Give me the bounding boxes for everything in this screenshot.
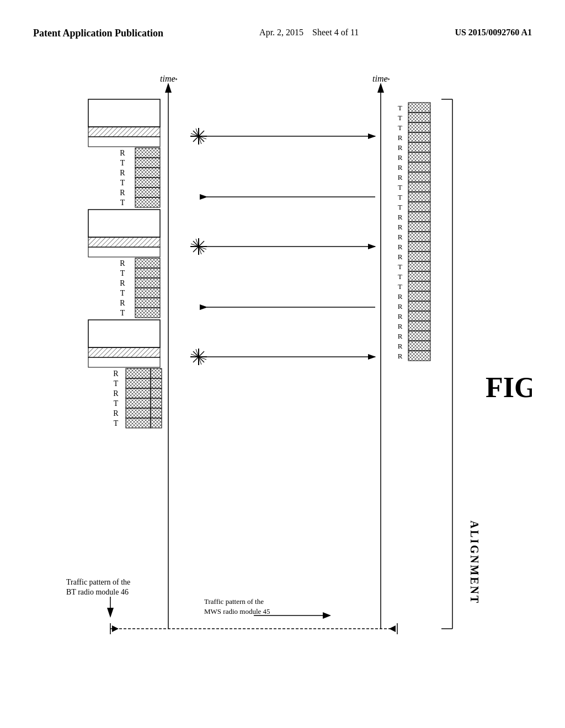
svg-rect-35	[135, 278, 160, 288]
svg-rect-106	[408, 311, 430, 321]
svg-text:BT radio module 46: BT radio module 46	[66, 588, 129, 596]
svg-rect-46	[126, 368, 151, 378]
svg-text:R: R	[398, 233, 403, 241]
svg-text:R: R	[398, 322, 403, 330]
svg-rect-58	[126, 408, 151, 418]
svg-rect-42	[88, 320, 160, 347]
svg-rect-98	[408, 271, 430, 281]
svg-text:→: →	[170, 74, 179, 83]
svg-rect-61	[126, 418, 151, 428]
svg-rect-108	[408, 321, 430, 331]
svg-rect-27	[88, 210, 160, 237]
svg-rect-31	[135, 258, 160, 268]
svg-text:R: R	[120, 259, 125, 267]
svg-rect-100	[408, 281, 430, 291]
svg-rect-78	[408, 172, 430, 182]
svg-marker-5	[165, 83, 172, 93]
svg-text:T: T	[120, 199, 125, 207]
svg-rect-72	[408, 142, 430, 152]
svg-text:R: R	[120, 189, 125, 197]
svg-text:R: R	[398, 292, 403, 301]
svg-rect-90	[408, 232, 430, 242]
svg-text:T: T	[114, 379, 119, 388]
svg-rect-104	[408, 301, 430, 311]
svg-rect-112	[408, 341, 430, 351]
svg-rect-70	[408, 132, 430, 142]
svg-rect-74	[408, 152, 430, 162]
svg-rect-47	[151, 368, 162, 378]
svg-rect-29	[88, 247, 160, 257]
svg-rect-59	[151, 408, 162, 418]
svg-text:R: R	[398, 173, 403, 181]
svg-text:R: R	[113, 370, 119, 378]
svg-text:T: T	[120, 159, 125, 167]
svg-text:T: T	[398, 124, 402, 132]
svg-rect-43	[88, 347, 160, 357]
svg-rect-39	[135, 298, 160, 308]
svg-text:R: R	[398, 312, 403, 320]
svg-text:R: R	[398, 213, 403, 221]
svg-text:R: R	[398, 302, 403, 311]
svg-rect-64	[408, 103, 430, 113]
svg-rect-16	[135, 148, 160, 158]
svg-rect-22	[135, 178, 160, 188]
diagram-svg: time → time → R T R T R T	[33, 66, 532, 700]
svg-text:R: R	[113, 389, 119, 398]
svg-text:FIG. 4: FIG. 4	[486, 372, 532, 403]
svg-text:R: R	[398, 342, 403, 350]
svg-marker-144	[389, 625, 396, 632]
svg-text:R: R	[398, 332, 403, 340]
svg-text:→: →	[382, 74, 391, 83]
svg-rect-28	[88, 237, 160, 247]
svg-text:R: R	[398, 223, 403, 231]
svg-rect-82	[408, 192, 430, 202]
svg-text:R: R	[398, 133, 403, 142]
page: Patent Application Publication Apr. 2, 2…	[0, 0, 565, 728]
svg-text:T: T	[398, 104, 402, 112]
svg-text:R: R	[398, 243, 403, 251]
svg-text:R: R	[120, 299, 125, 307]
svg-rect-41	[135, 308, 160, 318]
svg-rect-18	[135, 158, 160, 168]
svg-text:R: R	[120, 149, 125, 157]
publication-number: US 2015/0092760 A1	[455, 28, 532, 38]
svg-text:R: R	[398, 153, 403, 162]
svg-rect-53	[151, 388, 162, 398]
svg-rect-14	[88, 137, 160, 147]
svg-rect-66	[408, 113, 430, 122]
svg-rect-62	[151, 418, 162, 428]
svg-text:ALIGNMENT: ALIGNMENT	[468, 521, 481, 605]
svg-text:R: R	[398, 253, 403, 261]
svg-rect-24	[135, 188, 160, 197]
svg-rect-56	[151, 398, 162, 408]
svg-rect-12	[88, 99, 160, 127]
header-center: Apr. 2, 2015 Sheet 4 of 11	[259, 28, 359, 38]
svg-text:T: T	[398, 272, 402, 281]
svg-rect-52	[126, 388, 151, 398]
sheet-info: Sheet 4 of 11	[312, 28, 359, 37]
svg-text:MWS radio module 45: MWS radio module 45	[204, 607, 270, 615]
svg-text:T: T	[398, 282, 402, 291]
svg-text:T: T	[120, 309, 125, 317]
svg-text:T: T	[398, 183, 402, 191]
svg-marker-157	[323, 612, 331, 619]
svg-text:T: T	[398, 203, 402, 211]
svg-text:R: R	[398, 352, 403, 360]
svg-rect-13	[88, 127, 160, 137]
svg-rect-44	[88, 357, 160, 367]
svg-marker-9	[377, 83, 384, 93]
svg-rect-84	[408, 202, 430, 212]
svg-rect-68	[408, 122, 430, 132]
svg-text:R: R	[120, 279, 125, 287]
svg-rect-88	[408, 222, 430, 232]
svg-text:R: R	[113, 409, 119, 417]
svg-rect-55	[126, 398, 151, 408]
svg-text:R: R	[398, 143, 403, 152]
svg-text:R: R	[120, 169, 125, 177]
svg-text:R: R	[398, 163, 403, 172]
svg-text:T: T	[398, 263, 402, 271]
svg-marker-153	[107, 608, 114, 618]
publication-title: Patent Application Publication	[33, 28, 163, 39]
svg-rect-26	[135, 197, 160, 207]
publication-date: Apr. 2, 2015	[259, 28, 303, 37]
